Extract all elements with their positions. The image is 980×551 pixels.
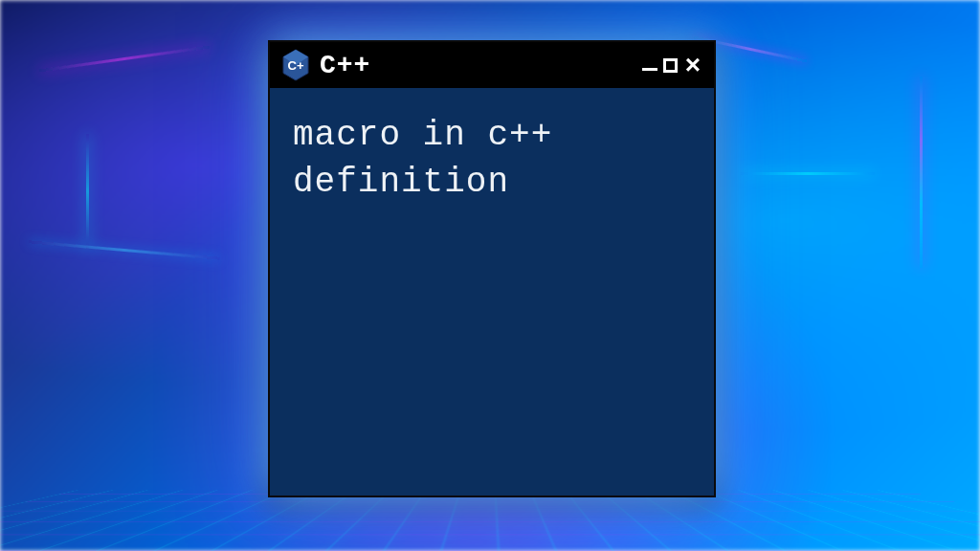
maximize-button[interactable] [663, 58, 678, 73]
window-controls: × [642, 55, 701, 75]
minimize-button[interactable] [642, 60, 657, 71]
title-bar[interactable]: C+ C++ × [270, 42, 714, 88]
svg-text:C+: C+ [288, 58, 304, 73]
window-title: C++ [320, 51, 633, 80]
terminal-window: C+ C++ × macro in c++ definition [268, 40, 716, 497]
cpp-icon: C+ [281, 49, 310, 81]
close-button[interactable]: × [685, 55, 701, 75]
terminal-content: macro in c++ definition [270, 88, 714, 231]
